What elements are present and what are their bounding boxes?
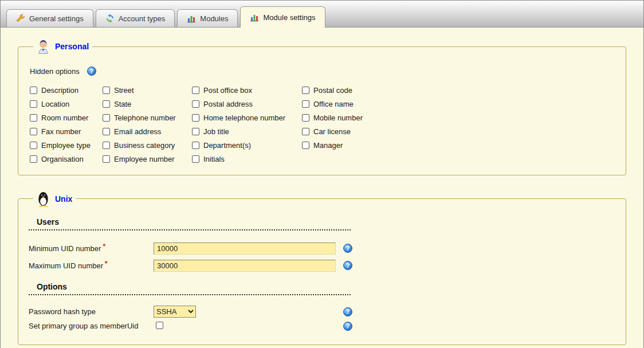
checkbox-state[interactable]: State (103, 100, 192, 108)
checkbox-label: Manager (313, 141, 343, 150)
checkbox[interactable] (192, 114, 199, 122)
checkbox-postal-address[interactable]: Postal address (192, 100, 302, 108)
checkbox-fax-number[interactable]: Fax number (30, 127, 103, 136)
checkbox-label: State (114, 100, 131, 108)
checkbox[interactable] (103, 128, 110, 135)
checkbox[interactable] (30, 87, 37, 94)
person-icon (37, 39, 50, 54)
checkbox-label: Street (114, 86, 134, 95)
hidden-options-row: Hidden options ? (30, 67, 615, 76)
checkbox[interactable] (302, 114, 309, 122)
modules-icon (187, 14, 196, 23)
personal-section: Personal Hidden options ? Description St… (18, 39, 626, 175)
tab-label: Modules (200, 14, 228, 23)
tab-label: General settings (29, 14, 84, 23)
checkbox[interactable] (103, 155, 110, 163)
checkbox-label: Organisation (41, 155, 84, 163)
min-uid-control (154, 243, 340, 255)
checkbox[interactable] (192, 87, 199, 94)
checkbox-label: Initials (203, 155, 225, 163)
checkbox-car-license[interactable]: Car license (302, 127, 615, 136)
checkbox-manager[interactable]: Manager (302, 141, 615, 150)
checkbox[interactable] (30, 155, 37, 163)
checkbox-organisation[interactable]: Organisation (30, 155, 103, 163)
checkbox-label: Job title (203, 127, 229, 136)
max-uid-row: Maximum UID number* ? (29, 257, 615, 274)
checkbox[interactable] (30, 128, 37, 135)
checkbox[interactable] (103, 142, 110, 149)
checkbox-location[interactable]: Location (30, 100, 103, 108)
password-hash-row: Password hash type SSHA ? (29, 304, 615, 319)
checkbox-home-telephone-number[interactable]: Home telephone number (192, 114, 302, 122)
checkbox-label: Fax number (41, 127, 81, 136)
checkbox-business-category[interactable]: Business category (103, 141, 192, 150)
checkbox-telephone-number[interactable]: Telephone number (103, 114, 192, 122)
tab-modules[interactable]: Modules (177, 9, 238, 27)
min-uid-input[interactable] (154, 243, 336, 255)
unix-legend: Unix (33, 190, 76, 207)
required-marker: * (105, 260, 108, 268)
checkbox-office-name[interactable]: Office name (302, 100, 615, 108)
checkbox-label: Room number (41, 114, 88, 122)
min-uid-row: Minimum UID number* ? (29, 240, 615, 257)
checkbox-employee-number[interactable]: Employee number (103, 155, 192, 163)
password-hash-select[interactable]: SSHA (154, 306, 196, 318)
checkbox-label: Postal address (203, 100, 253, 108)
member-uid-checkbox[interactable] (156, 322, 163, 329)
module-settings-content: Personal Hidden options ? Description St… (1, 28, 643, 348)
hidden-options-label: Hidden options (30, 67, 80, 76)
checkbox[interactable] (302, 100, 309, 108)
checkbox-label: Email address (114, 127, 161, 136)
options-header: Options (29, 282, 351, 295)
checkbox[interactable] (302, 142, 309, 149)
tab-label: Account types (119, 14, 166, 23)
checkbox-initials[interactable]: Initials (192, 155, 302, 163)
checkbox[interactable] (192, 155, 199, 163)
checkbox-label: Postal code (313, 86, 352, 95)
checkbox-label: Mobile number (313, 114, 363, 122)
lam-settings-window: General settings Account types Modules (0, 0, 644, 348)
account-types-icon (105, 14, 115, 23)
checkbox-label: Employee type (41, 141, 91, 150)
checkbox-label: Office name (313, 100, 354, 108)
checkbox[interactable] (302, 128, 309, 135)
checkbox-departments[interactable]: Department(s) (192, 141, 302, 150)
checkbox-mobile-number[interactable]: Mobile number (302, 114, 615, 122)
checkbox-label: Description (41, 86, 78, 95)
tab-bar: General settings Account types Modules (1, 1, 643, 28)
checkbox[interactable] (30, 114, 37, 122)
checkbox[interactable] (103, 114, 110, 122)
member-uid-row: Set primary group as memberUid ? (29, 319, 615, 333)
checkbox[interactable] (192, 142, 199, 149)
checkbox[interactable] (192, 100, 199, 108)
max-uid-input[interactable] (154, 260, 336, 272)
checkbox-room-number[interactable]: Room number (30, 114, 103, 122)
checkbox[interactable] (302, 87, 309, 94)
checkbox-job-title[interactable]: Job title (192, 127, 302, 136)
wrench-icon (16, 14, 25, 23)
checkbox[interactable] (103, 100, 110, 108)
help-icon[interactable]: ? (343, 261, 352, 270)
checkbox-email-address[interactable]: Email address (103, 127, 192, 136)
checkbox-postal-code[interactable]: Postal code (302, 86, 615, 95)
tab-module-settings[interactable]: Module settings (240, 6, 325, 28)
checkbox-description[interactable]: Description (30, 86, 103, 95)
hidden-options-grid: Description Street Post office box Posta… (30, 86, 615, 163)
unix-title: Unix (55, 194, 72, 204)
help-icon[interactable]: ? (343, 307, 352, 316)
checkbox[interactable] (103, 87, 110, 94)
tux-icon (37, 190, 50, 207)
help-icon[interactable]: ? (343, 244, 352, 253)
checkbox[interactable] (30, 142, 37, 149)
checkbox-employee-type[interactable]: Employee type (30, 141, 103, 150)
checkbox[interactable] (192, 128, 199, 135)
checkbox-post-office-box[interactable]: Post office box (192, 86, 302, 95)
tab-general-settings[interactable]: General settings (6, 9, 93, 27)
max-uid-control (154, 260, 340, 272)
help-icon[interactable]: ? (343, 322, 352, 331)
checkbox-label: Post office box (203, 86, 252, 95)
tab-account-types[interactable]: Account types (96, 9, 175, 27)
help-icon[interactable]: ? (87, 67, 96, 76)
checkbox-street[interactable]: Street (103, 86, 192, 95)
checkbox[interactable] (30, 100, 37, 108)
